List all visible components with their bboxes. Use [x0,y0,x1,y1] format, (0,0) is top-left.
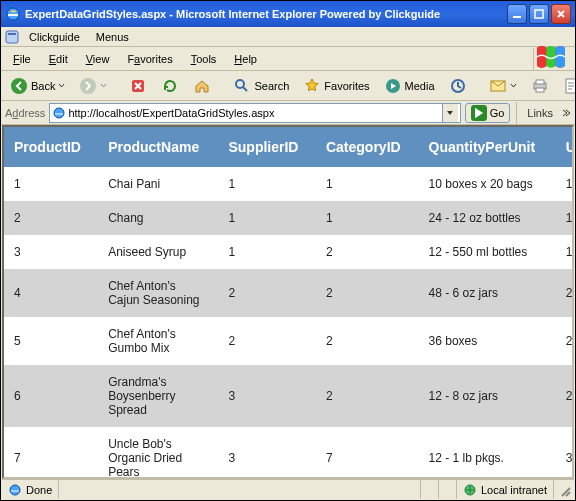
table-row[interactable]: 4Chef Anton's Cajun Seasoning2248 - 6 oz… [4,269,572,317]
zone-text: Local intranet [481,484,547,496]
window-title: ExpertDataGridStyles.aspx - Microsoft In… [25,8,507,20]
svg-rect-1 [513,16,521,18]
table-cell: 12 - 8 oz jars [419,365,556,427]
menu-tools[interactable]: Tools [183,51,225,67]
status-done-panel: Done [2,480,59,499]
edit-icon [563,77,576,95]
table-row[interactable]: 7Uncle Bob's Organic Dried Pears3712 - 1… [4,427,572,477]
back-button[interactable]: Back [5,74,70,98]
svg-point-8 [236,80,244,88]
search-icon [233,77,251,95]
menu-favorites[interactable]: Favorites [119,51,180,67]
maximize-button[interactable] [529,4,549,24]
refresh-button[interactable] [156,74,184,98]
toolbar-separator [516,102,517,124]
table-cell: 2 [218,269,316,317]
table-row[interactable]: 5Chef Anton's Gumbo Mix2236 boxes21.3500 [4,317,572,365]
menu-view[interactable]: View [78,51,118,67]
table-cell: 24 - 12 oz bottles [419,201,556,235]
menu-file[interactable]: File [5,51,39,67]
address-field[interactable] [49,103,460,123]
col-categoryid[interactable]: CategoryID [316,127,419,167]
table-cell: Chai Pani [98,167,218,201]
status-spacer [59,480,421,499]
svg-rect-3 [6,31,18,43]
table-cell: 2 [316,317,419,365]
minimize-button[interactable] [507,4,527,24]
svg-rect-14 [536,88,544,92]
table-cell: 3 [218,365,316,427]
search-button[interactable]: Search [228,74,294,98]
zone-icon [463,483,477,497]
media-button[interactable]: Media [379,74,440,98]
table-cell: 10 boxes x 20 bags [419,167,556,201]
table-cell: 7 [316,427,419,477]
edit-button[interactable] [558,74,576,98]
table-row[interactable]: 3Aniseed Syrup1212 - 550 ml bottles10.00… [4,235,572,269]
address-dropdown[interactable] [442,104,458,122]
col-supplierid[interactable]: SupplierID [218,127,316,167]
forward-button[interactable] [74,74,112,98]
star-icon [303,77,321,95]
favorites-button[interactable]: Favorites [298,74,374,98]
data-grid: ProductID ProductName SupplierID Categor… [4,127,572,477]
refresh-icon [161,77,179,95]
go-label: Go [490,107,505,119]
clickguide-icon [5,30,19,44]
svg-point-20 [10,485,20,495]
mail-icon [489,77,507,95]
table-cell: 10.0000 [556,235,572,269]
go-button[interactable]: Go [465,103,511,123]
media-icon [384,77,402,95]
table-cell: 1 [4,167,98,201]
table-row[interactable]: 2Chang1124 - 12 oz bottles19.0000 [4,201,572,235]
scroll-area[interactable]: ProductID ProductName SupplierID Categor… [4,127,572,477]
table-cell: 2 [316,235,419,269]
table-cell: 3 [4,235,98,269]
table-cell: 2 [316,365,419,427]
status-empty-1 [421,480,439,499]
links-label[interactable]: Links [523,107,557,119]
table-row[interactable]: 6Grandma's Boysenberry Spread3212 - 8 oz… [4,365,572,427]
stop-button[interactable] [124,74,152,98]
table-cell: 30.0000 [556,427,572,477]
table-cell: 6 [4,365,98,427]
clickguide-menus-menu[interactable]: Menus [90,29,135,45]
table-cell: 1 [218,235,316,269]
media-label: Media [405,80,435,92]
menubar: File Edit View Favorites Tools Help [1,47,575,71]
menu-help[interactable]: Help [226,51,265,67]
table-cell: 22.0000 [556,269,572,317]
table-cell: Chef Anton's Cajun Seasoning [98,269,218,317]
print-button[interactable] [526,74,554,98]
table-cell: 19.0000 [556,201,572,235]
history-button[interactable] [444,74,472,98]
history-icon [449,77,467,95]
mail-button[interactable] [484,74,522,98]
table-cell: 48 - 6 oz jars [419,269,556,317]
url-input[interactable] [66,107,441,119]
window-titlebar: ExpertDataGridStyles.aspx - Microsoft In… [1,1,575,27]
favorites-label: Favorites [324,80,369,92]
table-row[interactable]: 1Chai Pani1110 boxes x 20 bags18.0000 [4,167,572,201]
clickguide-menu[interactable]: Clickguide [23,29,86,45]
svg-point-19 [54,108,64,118]
page-icon [52,106,66,120]
links-expand-icon[interactable] [561,108,571,118]
close-button[interactable] [551,4,571,24]
col-unitprice[interactable]: UnitPrice [556,127,572,167]
col-qpu[interactable]: QuantityPerUnit [419,127,556,167]
table-cell: Chef Anton's Gumbo Mix [98,317,218,365]
resize-grip-icon[interactable] [556,482,572,498]
main-toolbar: Back Search Favorites Media [1,71,575,101]
col-productid[interactable]: ProductID [4,127,98,167]
home-button[interactable] [188,74,216,98]
table-cell: 1 [316,167,419,201]
col-productname[interactable]: ProductName [98,127,218,167]
print-icon [531,77,549,95]
search-label: Search [254,80,289,92]
table-cell: 5 [4,317,98,365]
clickguide-toolbar: Clickguide Menus [1,27,575,47]
svg-point-6 [80,78,96,94]
menu-edit[interactable]: Edit [41,51,76,67]
